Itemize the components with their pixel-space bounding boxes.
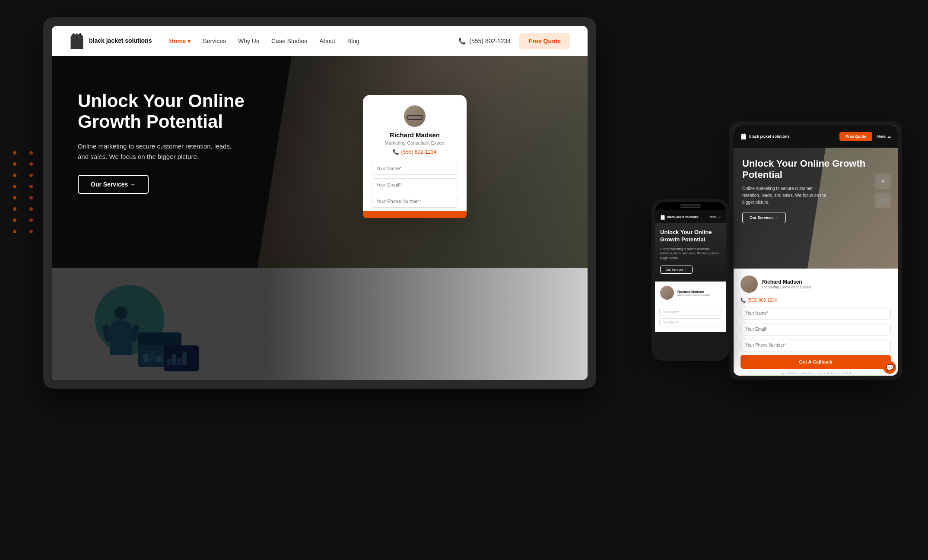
logo-area: black jacket solutions: [69, 32, 152, 51]
phone-form-email-input[interactable]: Your Email*: [659, 318, 721, 326]
phone-notch: [655, 202, 726, 210]
hero-content: Unlock Your Online Growth Potential Onli…: [78, 91, 294, 194]
laptop-screen: black jacket solutions Home ▾ Services W…: [52, 26, 588, 380]
phone-screen: black jacket solutions Menu ☰ Unlock You…: [655, 202, 726, 358]
tablet-screen: black jacket solutions Free Quote Menu ☰…: [734, 125, 898, 376]
phone-form-name-input[interactable]: Your Name*: [659, 308, 721, 316]
hero-cta-button[interactable]: Our Services →: [78, 175, 149, 194]
form-name-input[interactable]: [372, 162, 458, 175]
tablet-sidebar-icon-2[interactable]: 🛒: [875, 193, 891, 208]
tablet-callback-button[interactable]: Get A Callback: [740, 355, 891, 369]
tablet-email-input[interactable]: [740, 323, 891, 335]
nav-blog[interactable]: Blog: [347, 38, 359, 44]
tablet-hero-subtitle: Online marketing to secure customer rete…: [742, 185, 829, 206]
nav-services[interactable]: Services: [203, 38, 226, 44]
tablet-name-input[interactable]: [740, 307, 891, 320]
phone-form-area: Your Name* Your Email*: [655, 304, 726, 332]
phone-cta-button[interactable]: Our Services →: [660, 266, 693, 274]
phone-avatar: [660, 286, 674, 300]
tablet-form-area: Richard Madsen Marketing Consultant Expe…: [734, 269, 898, 376]
phone-consultant-info: Richard Madsen Marketing Consultant Expe…: [677, 290, 710, 296]
phone-consultant-role: Marketing Consultant Expert: [677, 294, 710, 296]
nav-links: Home ▾ Services Why Us Case Studies Abou…: [169, 38, 459, 44]
form-bottom-strip: [363, 211, 467, 218]
tablet-consultant-name: Richard Madsen: [762, 279, 811, 285]
phone-hero: Unlock Your Online Growth Potential Onli…: [655, 223, 726, 280]
tablet-logo: black jacket solutions: [740, 133, 790, 140]
consultant-name: Richard Madsen: [372, 131, 458, 139]
tablet-form-disclaimer: By submitting my data I agree to be cont…: [740, 371, 891, 375]
phone-icon: 📞: [458, 38, 466, 44]
contact-form-card: Richard Madsen Marketing Consultant Expe…: [363, 95, 467, 218]
tablet-nav-actions: Free Quote Menu ☰: [839, 132, 891, 141]
tablet-sidebar-icon-1[interactable]: A: [875, 174, 891, 189]
tablet-quote-button[interactable]: Free Quote: [839, 132, 872, 141]
phone-hero-subtitle: Online marketing to secure customer rete…: [660, 247, 721, 261]
tablet-consultant-phone: 📞 (555) 802-1234: [740, 298, 891, 303]
hero-title: Unlock Your Online Growth Potential: [78, 91, 294, 133]
phone-hero-title: Unlock Your Online Growth Potential: [660, 229, 721, 244]
tablet-brand: black jacket solutions: [749, 134, 790, 139]
tablet-form-header: Richard Madsen Marketing Consultant Expe…: [740, 275, 891, 293]
phone-mockup: black jacket solutions Menu ☰ Unlock You…: [652, 199, 729, 361]
brand-name: black jacket solutions: [89, 37, 152, 44]
tablet-sidebar: A 🛒: [875, 174, 891, 208]
tablet-phone-input[interactable]: [740, 339, 891, 351]
tablet-nav: black jacket solutions Free Quote Menu ☰: [734, 125, 898, 148]
tablet-consultant-info: Richard Madsen Marketing Consultant Expe…: [762, 279, 811, 289]
phone-icon-small: 📞: [393, 149, 399, 155]
site-navigation: black jacket solutions Home ▾ Services W…: [52, 26, 588, 56]
chat-icon[interactable]: 💬: [883, 361, 896, 374]
consultant-avatar: [404, 105, 426, 127]
tablet-avatar: [740, 275, 758, 293]
tablet-hero-title: Unlock Your Online Growth Potential: [742, 158, 889, 181]
tablet-consultant-role: Marketing Consultant Expert: [762, 285, 811, 289]
nav-home[interactable]: Home ▾: [169, 38, 191, 44]
tablet-hero-content: Unlock Your Online Growth Potential Onli…: [742, 158, 889, 223]
phone-consultant-section: Richard Madsen Marketing Consultant Expe…: [655, 282, 726, 304]
form-phone-input[interactable]: [372, 195, 458, 208]
nav-about[interactable]: About: [319, 38, 335, 44]
laptop-frame: black jacket solutions Home ▾ Services W…: [43, 17, 596, 389]
phone-menu-button[interactable]: Menu ☰: [710, 215, 721, 219]
hero-subtitle: Online marketing to secure customer rete…: [78, 141, 242, 162]
tablet-hero: A 🛒 Unlock Your Online Growth Potential …: [734, 148, 898, 269]
phone-brand: black jacket solutions: [667, 215, 699, 219]
tablet-menu-button[interactable]: Menu ☰: [877, 134, 891, 139]
phone-nav: black jacket solutions Menu ☰: [655, 210, 726, 223]
nav-phone: 📞 (555) 802-1234: [458, 38, 511, 44]
phone-logo: black jacket solutions: [660, 214, 699, 220]
consultant-phone: 📞 (555) 802-1234: [372, 149, 458, 155]
tablet-mockup: black jacket solutions Free Quote Menu ☰…: [729, 121, 902, 380]
nav-why-us[interactable]: Why Us: [238, 38, 259, 44]
hero-section: Unlock Your Online Growth Potential Onli…: [52, 56, 588, 380]
tablet-phone-icon: 📞: [740, 298, 746, 303]
nav-case-studies[interactable]: Case Studies: [271, 38, 307, 44]
consultant-title: Marketing Consultant Expert: [372, 140, 458, 146]
logo-icon: [69, 32, 85, 51]
phone-consultant-name: Richard Madsen: [677, 290, 710, 294]
tablet-cta-button[interactable]: Our Services →: [742, 212, 786, 223]
phone-number: (555) 802-1234: [469, 38, 511, 44]
nav-quote-button[interactable]: Free Quote: [519, 33, 570, 49]
form-email-input[interactable]: [372, 178, 458, 191]
